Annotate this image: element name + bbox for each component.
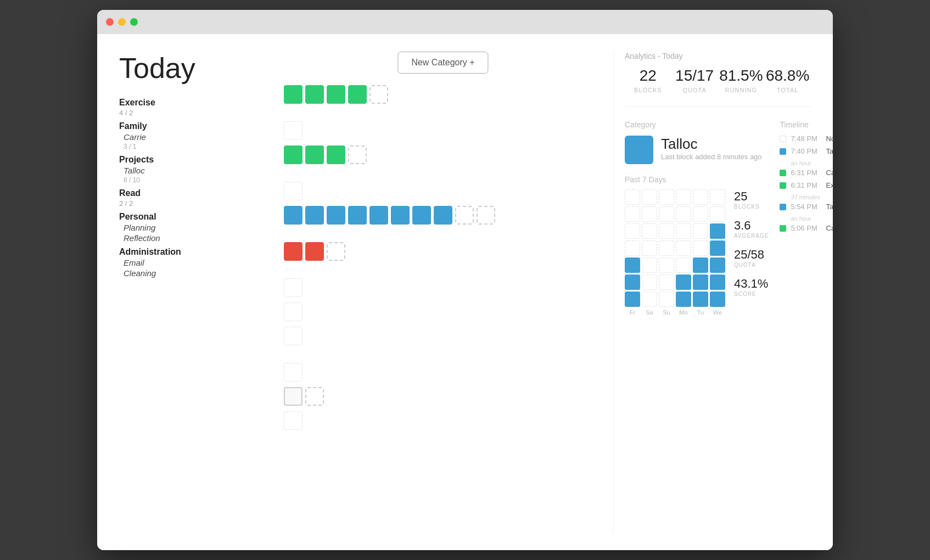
block-cleaning-empty[interactable] [284, 411, 302, 430]
blocks-area [284, 85, 602, 430]
stat-blocks: 25 BLOCKS [734, 189, 769, 210]
block-read-1[interactable] [284, 242, 302, 261]
grid-cell[interactable] [676, 240, 691, 256]
grid-cell[interactable] [625, 223, 640, 239]
grid-cell[interactable] [625, 275, 640, 290]
grid-cell[interactable] [693, 240, 708, 256]
block-carrie-2[interactable] [305, 145, 324, 164]
grid-cell[interactable] [642, 275, 657, 290]
grid-cell[interactable] [625, 189, 640, 205]
block-talloc-2[interactable] [305, 206, 324, 225]
grid-cell[interactable] [676, 292, 691, 307]
maximize-button[interactable] [130, 18, 138, 26]
block-exercise-1[interactable] [284, 85, 302, 104]
grid-cell[interactable] [642, 240, 657, 256]
block-carrie-1[interactable] [284, 145, 302, 164]
grid-cell[interactable] [676, 275, 691, 290]
timeline-section: Timeline 7:48 PM Now 7:40 PM Talloc [780, 120, 833, 324]
past7-section: Past 7 Days [625, 175, 769, 316]
grid-cell[interactable] [710, 240, 725, 256]
category-info-sub: Last block added 8 minutes ago [661, 153, 762, 161]
grid-cell[interactable] [625, 240, 640, 256]
block-talloc-1[interactable] [284, 206, 302, 225]
grid-cell[interactable] [693, 257, 708, 273]
grid-cell[interactable] [659, 189, 674, 205]
block-email-2[interactable] [305, 387, 324, 406]
block-row-carrie [284, 145, 602, 165]
category-name-family: Family [119, 121, 262, 131]
block-carrie-3[interactable] [327, 145, 345, 164]
minimize-button[interactable] [118, 18, 126, 26]
block-talloc-4[interactable] [348, 206, 367, 225]
category-info-name: Talloc [661, 136, 762, 153]
grid-cell[interactable] [710, 292, 725, 307]
tl-time-5: 5:54 PM [791, 203, 821, 211]
block-admin-empty[interactable] [284, 363, 302, 382]
grid-cell[interactable] [659, 223, 674, 239]
grid-cell[interactable] [625, 206, 640, 222]
block-carrie-empty[interactable] [348, 145, 367, 164]
block-talloc-6[interactable] [391, 206, 410, 225]
block-email-1[interactable] [284, 387, 302, 406]
block-planning-empty[interactable] [284, 303, 302, 321]
day-we: We [710, 309, 725, 316]
block-exercise-4[interactable] [348, 85, 367, 104]
block-row-email [284, 387, 602, 406]
grid-cell[interactable] [693, 292, 708, 307]
block-read-2[interactable] [305, 242, 324, 261]
timeline-dot-blue-1 [780, 148, 786, 155]
grid-cell[interactable] [693, 275, 708, 290]
block-exercise-empty[interactable] [369, 85, 388, 104]
block-personal-empty[interactable] [284, 278, 302, 297]
grid-cell[interactable] [710, 223, 725, 239]
grid-cell[interactable] [693, 206, 708, 222]
grid-cell[interactable] [659, 206, 674, 222]
grid-cell[interactable] [676, 257, 691, 273]
grid-cell[interactable] [710, 275, 725, 290]
block-talloc-3[interactable] [327, 206, 345, 225]
grid-cell[interactable] [693, 223, 708, 239]
stat-quota: 25/58 QUOTA [734, 248, 769, 268]
grid-cell[interactable] [710, 189, 725, 205]
block-read-empty[interactable] [327, 242, 345, 261]
grid-cell[interactable] [676, 189, 691, 205]
block-reflection-empty[interactable] [284, 327, 302, 345]
block-talloc-5[interactable] [369, 206, 388, 225]
sub-quota-talloc: 8 / 10 [124, 176, 262, 184]
grid-cell[interactable] [710, 206, 725, 222]
grid-cell[interactable] [642, 292, 657, 307]
grid-cell[interactable] [676, 223, 691, 239]
block-projects-empty[interactable] [284, 182, 302, 200]
close-button[interactable] [106, 18, 114, 26]
grid-cell[interactable] [642, 223, 657, 239]
app-window: Today Exercise 4 / 2 Family Carrie 3 / 1… [97, 10, 833, 550]
analytic-total: 68.8% TOTAL [764, 67, 811, 93]
grid-cell[interactable] [642, 257, 657, 273]
grid-cell[interactable] [659, 240, 674, 256]
grid-cell[interactable] [710, 257, 725, 273]
grid-cell[interactable] [625, 257, 640, 273]
grid-cell[interactable] [693, 189, 708, 205]
block-talloc-empty-2[interactable] [477, 206, 495, 225]
grid-cell[interactable] [642, 206, 657, 222]
grid-cell[interactable] [676, 206, 691, 222]
timeline-list: 7:48 PM Now 7:40 PM Talloc an hour [780, 135, 833, 232]
grid-cell[interactable] [659, 292, 674, 307]
timeline-item-exercise: 6:31 PM Exercise [780, 181, 833, 189]
grid-cell[interactable] [642, 189, 657, 205]
new-category-button[interactable]: New Category + [397, 52, 488, 74]
grid-cell[interactable] [659, 257, 674, 273]
past7-stats: 25 BLOCKS 3.6 AVGERAGE 25/58 QUOTA [734, 189, 769, 297]
block-talloc-8[interactable] [434, 206, 452, 225]
block-exercise-2[interactable] [305, 85, 324, 104]
block-family-empty[interactable] [284, 121, 302, 140]
category-group-family: Family Carrie 3 / 1 [119, 121, 262, 150]
block-exercise-3[interactable] [327, 85, 345, 104]
block-talloc-empty-1[interactable] [455, 206, 474, 225]
timeline-dot-empty [780, 136, 786, 142]
grid-cell[interactable] [659, 275, 674, 290]
block-talloc-7[interactable] [412, 206, 431, 225]
block-row-personal [284, 278, 602, 298]
grid-cell[interactable] [625, 292, 640, 307]
block-row-exercise [284, 85, 602, 104]
